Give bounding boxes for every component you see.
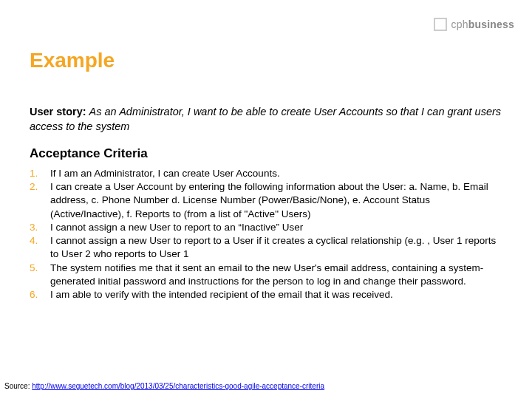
page-title: Example bbox=[30, 49, 115, 72]
list-item: If I am an Administrator, I can create U… bbox=[30, 167, 502, 180]
list-item: I cannot assign a new User to report to … bbox=[30, 221, 502, 234]
brand-logo: cphbusiness bbox=[434, 18, 514, 31]
source-citation: Source: http://www.seguetech.com/blog/20… bbox=[4, 382, 324, 390]
logo-box-icon bbox=[434, 18, 447, 31]
logo-text: cphbusiness bbox=[451, 18, 514, 30]
list-item: I am able to verify with the intended re… bbox=[30, 288, 502, 301]
list-item: I cannot assign a new User to report to … bbox=[30, 234, 502, 261]
user-story: User story: As an Administrator, I want … bbox=[30, 105, 502, 134]
list-item: I can create a User Account by entering … bbox=[30, 180, 502, 221]
source-link[interactable]: http://www.seguetech.com/blog/2013/03/25… bbox=[32, 382, 324, 390]
acceptance-criteria-title: Acceptance Criteria bbox=[30, 146, 502, 161]
user-story-text: As an Administrator, I want to be able t… bbox=[30, 106, 501, 132]
user-story-label: User story: bbox=[30, 106, 86, 117]
acceptance-criteria-list: If I am an Administrator, I can create U… bbox=[30, 167, 502, 301]
list-item: The system notifies me that it sent an e… bbox=[30, 262, 502, 288]
logo-suffix: business bbox=[468, 18, 514, 30]
logo-prefix: cph bbox=[451, 18, 468, 30]
source-label: Source: bbox=[4, 382, 32, 390]
